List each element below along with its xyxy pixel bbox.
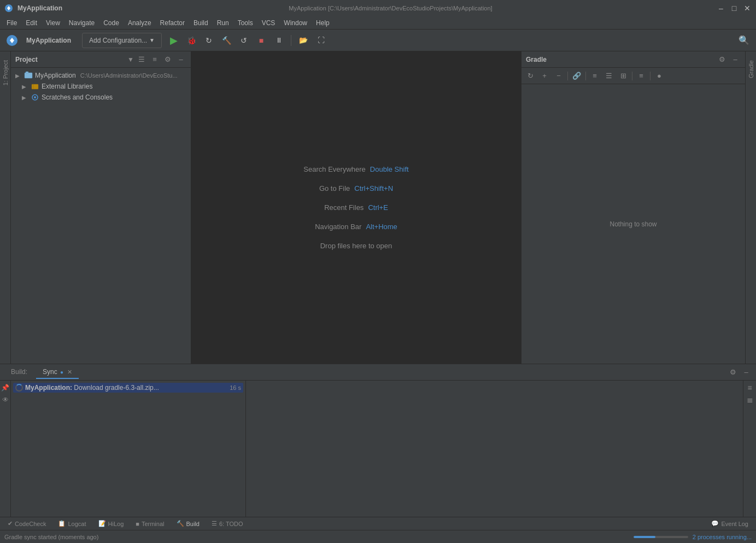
panel-collapse-btn[interactable]: ≡ — [149, 54, 160, 65]
bottom-settings-btn[interactable]: ⚙ — [728, 367, 739, 378]
project-panel-title: Project — [15, 56, 124, 63]
right-sidebar-tabs: Gradle — [745, 51, 756, 364]
menu-code[interactable]: Code — [99, 18, 124, 28]
tool-tab-codecheck[interactable]: ✔ CodeCheck — [2, 519, 51, 528]
gradle-settings-btn[interactable]: ⚙ — [717, 54, 728, 65]
build-tab-label: Build — [186, 521, 200, 527]
add-configuration-button[interactable]: Add Configuration... ▼ — [82, 33, 162, 48]
gradle-link-btn[interactable]: 🔗 — [570, 69, 583, 83]
bottom-tab-sync[interactable]: Sync ● ✕ — [36, 366, 79, 379]
bottom-eye-btn[interactable]: 👁 — [1, 395, 10, 405]
todo-label: 6: TODO — [219, 521, 243, 527]
menu-vcs[interactable]: VCS — [257, 18, 280, 28]
menu-window[interactable]: Window — [279, 18, 312, 28]
close-button[interactable]: ✕ — [743, 4, 752, 13]
bottom-pin-btn[interactable]: 📌 — [1, 383, 10, 393]
hilog-label: HiLog — [108, 521, 124, 527]
tree-icon-scratches — [31, 93, 39, 102]
logcat-label: Logcat — [68, 521, 86, 527]
tool-tab-build[interactable]: 🔨 Build — [171, 519, 205, 528]
toolbar-logo — [4, 33, 20, 48]
tool-tab-hilog[interactable]: 📝 HiLog — [93, 519, 130, 528]
editor-area[interactable]: Search Everywhere Double Shift Go to Fil… — [191, 51, 521, 364]
menu-navigate[interactable]: Navigate — [65, 18, 99, 28]
toolbar-app-name: MyApplication — [26, 37, 71, 44]
bottom-panel-content: 📌 👁 MyApplication: Download gradle-6.3-a… — [0, 381, 756, 517]
add-config-dropdown-icon: ▼ — [149, 37, 155, 43]
maximize-editor-button[interactable]: ⛶ — [313, 33, 329, 48]
left-sidebar-tabs: 1: Project — [0, 51, 11, 364]
svg-rect-3 — [26, 72, 28, 73]
sidebar-tab-project[interactable]: 1: Project — [1, 56, 10, 90]
build-tree-item-main[interactable]: MyApplication: Download gradle-6.3-all.z… — [13, 383, 243, 393]
gradle-toolbar: ↻ + − 🔗 ≡ ☰ ⊞ ≡ ● — [521, 68, 745, 84]
tree-label-scratches: Scratches and Consoles — [42, 94, 113, 101]
editor-hint-navbar: Navigation Bar Alt+Home — [315, 223, 397, 231]
gradle-expand-btn[interactable]: ⊞ — [617, 69, 630, 83]
menu-tools[interactable]: Tools — [233, 18, 257, 28]
tool-tab-todo[interactable]: ☰ 6: TODO — [206, 519, 249, 528]
menu-refactor[interactable]: Refactor — [156, 18, 189, 28]
status-progress — [634, 536, 688, 538]
build-item-label: MyApplication: Download gradle-6.3-all.z… — [25, 384, 159, 392]
gradle-remove-btn[interactable]: − — [552, 69, 565, 83]
hint-shortcut-search: Double Shift — [370, 165, 409, 173]
toolbar-separator-1 — [291, 35, 291, 46]
tree-item-scratches[interactable]: ▶ Scratches and Consoles — [11, 92, 191, 103]
project-tree: ▶ MyApplication C:\Users\Administrator\D… — [11, 68, 191, 364]
debug-button[interactable]: 🐞 — [184, 33, 199, 48]
bottom-minimize-btn[interactable]: – — [741, 367, 752, 378]
codecheck-icon: ✔ — [8, 520, 13, 527]
menu-edit[interactable]: Edit — [21, 18, 42, 28]
svg-rect-2 — [25, 73, 32, 78]
processes-label[interactable]: 2 processes running... — [693, 534, 752, 540]
menu-run[interactable]: Run — [213, 18, 233, 28]
search-everywhere-button[interactable]: 🔍 — [736, 33, 752, 48]
gradle-task-list-btn[interactable]: ☰ — [602, 69, 616, 83]
minimize-button[interactable]: – — [717, 4, 725, 13]
bottom-align-top-btn[interactable]: ≡ — [745, 383, 755, 393]
gradle-run-tasks-btn[interactable]: ≡ — [588, 69, 601, 83]
hint-shortcut-gotofile: Ctrl+Shift+N — [354, 184, 393, 192]
tool-tab-terminal[interactable]: ■ Terminal — [130, 519, 169, 528]
gradle-filter-btn[interactable]: ≡ — [635, 69, 648, 83]
sync-button[interactable]: ↻ — [201, 33, 216, 48]
tree-item-libraries[interactable]: ▶ External Libraries — [11, 81, 191, 92]
project-panel: Project ▼ ☰ ≡ ⚙ – ▶ MyApplication C:\Use… — [11, 51, 191, 364]
tree-path-myapplication: C:\Users\Administrator\DevEcoStu... — [80, 72, 178, 79]
stop-button[interactable]: ■ — [254, 33, 269, 48]
gradle-refresh-btn[interactable]: ↻ — [524, 69, 537, 83]
maximize-button[interactable]: □ — [730, 4, 739, 13]
tool-tab-logcat[interactable]: 📋 Logcat — [52, 519, 91, 528]
event-log-tab[interactable]: 💬 Event Log — [706, 519, 754, 528]
menu-bar: File Edit View Navigate Code Analyze Ref… — [0, 16, 756, 30]
panel-close-btn[interactable]: – — [175, 54, 186, 65]
tree-arrow-myapplication: ▶ — [15, 73, 22, 79]
gradle-add-btn[interactable]: + — [538, 69, 551, 83]
sync-tab-close[interactable]: ✕ — [67, 369, 72, 375]
menu-view[interactable]: View — [42, 18, 65, 28]
menu-help[interactable]: Help — [312, 18, 334, 28]
bottom-align-bottom-btn[interactable]: ≣ — [745, 395, 755, 405]
tree-item-myapplication[interactable]: ▶ MyApplication C:\Users\Administrator\D… — [11, 70, 191, 81]
bottom-tab-build[interactable]: Build: — [4, 366, 34, 379]
gradle-minimize-btn[interactable]: – — [730, 54, 741, 65]
hint-shortcut-navbar: Alt+Home — [366, 223, 397, 231]
open-file-button[interactable]: 📂 — [296, 33, 311, 48]
svg-rect-4 — [32, 84, 38, 89]
menu-file[interactable]: File — [2, 18, 21, 28]
panel-dropdown-icon[interactable]: ▼ — [127, 56, 134, 63]
build-button[interactable]: 🔨 — [219, 33, 234, 48]
gradle-spinner-btn[interactable]: ● — [653, 69, 666, 83]
menu-analyze[interactable]: Analyze — [124, 18, 156, 28]
suspend-button[interactable]: ⏸ — [271, 33, 286, 48]
hint-label-search: Search Everywhere — [303, 165, 365, 173]
panel-layout-btn[interactable]: ☰ — [136, 54, 147, 65]
run-button[interactable]: ▶ — [166, 33, 181, 48]
terminal-label: Terminal — [142, 521, 165, 527]
hint-label-recentfiles: Recent Files — [324, 203, 364, 212]
rerun-button[interactable]: ↺ — [236, 33, 251, 48]
menu-build[interactable]: Build — [189, 18, 213, 28]
sidebar-tab-gradle[interactable]: Gradle — [747, 56, 755, 83]
panel-settings-btn[interactable]: ⚙ — [162, 54, 173, 65]
